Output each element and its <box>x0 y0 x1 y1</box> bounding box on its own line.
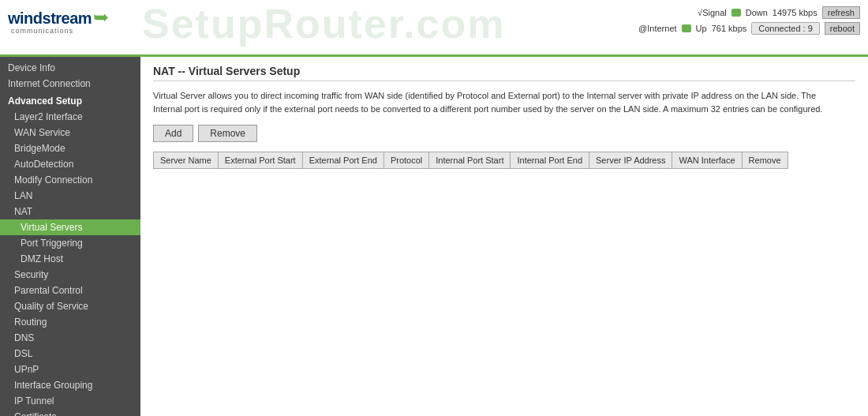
col-protocol: Protocol <box>383 152 428 169</box>
sidebar-item-nat[interactable]: NAT <box>0 204 140 219</box>
sidebar-item-certificate[interactable]: Certificate <box>0 409 140 416</box>
sidebar-item-quality-of-service[interactable]: Quality of Service <box>0 298 140 314</box>
sidebar-item-modify-connection[interactable]: Modify Connection <box>0 172 140 188</box>
logo-text: windstream <box>8 9 92 27</box>
col-external-port-start: External Port Start <box>218 152 302 169</box>
sidebar-item-bridgemode[interactable]: BridgeMode <box>0 141 140 156</box>
sidebar-item-routing[interactable]: Routing <box>0 314 140 330</box>
col-server-ip-address: Server IP Address <box>589 152 672 169</box>
header: windstream➥ communications SetupRouter.c… <box>0 0 868 57</box>
description-line1: Virtual Server allows you to direct inco… <box>153 91 816 100</box>
sidebar-item-dsl[interactable]: DSL <box>0 346 140 362</box>
col-server-name: Server Name <box>154 152 219 169</box>
status-bar: √Signal Down 14975 kbps refresh @Interne… <box>638 6 860 35</box>
sidebar-item-advanced-setup[interactable]: Advanced Setup <box>0 92 140 109</box>
sidebar-item-wan-service[interactable]: WAN Service <box>0 125 140 141</box>
servers-table: Server Name External Port Start External… <box>153 152 788 169</box>
up-speed: 761 kbps <box>712 24 747 33</box>
remove-button[interactable]: Remove <box>198 125 257 142</box>
sidebar-item-interface-grouping[interactable]: Interface Grouping <box>0 377 140 393</box>
col-remove: Remove <box>742 152 788 169</box>
sidebar-item-port-triggering[interactable]: Port Triggering <box>0 235 140 251</box>
sidebar-item-security[interactable]: Security <box>0 267 140 283</box>
logo-area: windstream➥ communications <box>8 6 109 35</box>
sidebar-item-dmz-host[interactable]: DMZ Host <box>0 251 140 267</box>
down-label: Down <box>746 8 768 17</box>
sidebar-item-layer2-interface[interactable]: Layer2 Interface <box>0 109 140 125</box>
page-title: NAT -- Virtual Servers Setup <box>153 65 855 81</box>
sidebar-item-lan[interactable]: LAN <box>0 188 140 204</box>
sidebar: Device Info Internet Connection Advanced… <box>0 57 140 416</box>
watermark: SetupRouter.com <box>142 0 506 47</box>
logo-leaf: ➥ <box>93 6 109 28</box>
description: Virtual Server allows you to direct inco… <box>153 89 855 115</box>
windstream-logo: windstream➥ communications <box>8 6 109 35</box>
button-row: Add Remove <box>153 125 855 142</box>
main-content: NAT -- Virtual Servers Setup Virtual Ser… <box>140 57 868 416</box>
internet-label: @Internet <box>638 24 676 33</box>
col-internal-port-start: Internal Port Start <box>429 152 511 169</box>
logo-sub: communications <box>11 27 73 35</box>
refresh-button[interactable]: refresh <box>822 6 860 19</box>
sidebar-item-parental-control[interactable]: Parental Control <box>0 283 140 298</box>
status-row1: √Signal Down 14975 kbps refresh <box>698 6 860 19</box>
internet-dot <box>682 24 691 32</box>
sidebar-item-virtual-servers[interactable]: Virtual Servers <box>0 219 140 235</box>
sidebar-item-autodetection[interactable]: AutoDetection <box>0 156 140 172</box>
col-wan-interface: WAN Interface <box>672 152 742 169</box>
add-button[interactable]: Add <box>153 125 193 142</box>
signal-label: √Signal <box>698 8 727 17</box>
up-label: Up <box>696 24 707 33</box>
signal-dot <box>731 9 741 17</box>
down-speed: 14975 kbps <box>773 8 817 17</box>
status-row2: @Internet Up 761 kbps Connected : 9 rebo… <box>638 22 860 35</box>
description-line2: Internal port is required only if the ex… <box>153 104 823 114</box>
col-internal-port-end: Internal Port End <box>511 152 589 169</box>
reboot-button[interactable]: reboot <box>825 22 860 35</box>
sidebar-item-dns[interactable]: DNS <box>0 330 140 346</box>
sidebar-item-upnp[interactable]: UPnP <box>0 362 140 377</box>
sidebar-item-internet-connection[interactable]: Internet Connection <box>0 76 140 92</box>
table-header-row: Server Name External Port Start External… <box>154 152 788 169</box>
logo-name: windstream➥ <box>8 6 109 28</box>
sidebar-item-ip-tunnel[interactable]: IP Tunnel <box>0 393 140 409</box>
col-external-port-end: External Port End <box>302 152 383 169</box>
connected-status: Connected : 9 <box>751 22 820 35</box>
sidebar-item-device-info[interactable]: Device Info <box>0 60 140 76</box>
layout: Device Info Internet Connection Advanced… <box>0 57 868 416</box>
